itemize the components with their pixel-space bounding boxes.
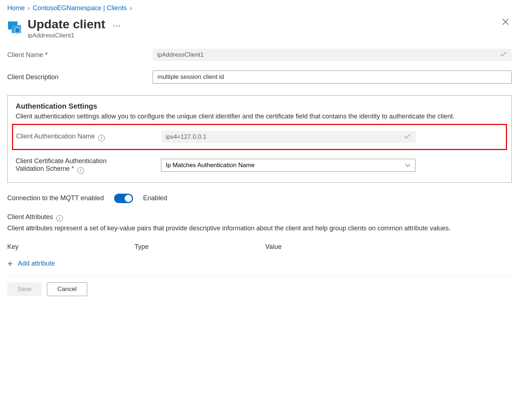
close-icon[interactable] (499, 17, 512, 28)
required-indicator: * (45, 51, 48, 58)
auth-settings-heading: Authentication Settings (16, 102, 503, 110)
client-description-label: Client Description (7, 73, 153, 81)
client-name-field: ipAddressClient1 (153, 49, 512, 61)
more-actions-button[interactable]: ⋯ (113, 21, 121, 30)
info-icon[interactable]: i (77, 167, 84, 174)
client-description-input[interactable] (153, 70, 512, 84)
client-name-label: Client Name (7, 51, 43, 58)
svg-rect-3 (16, 28, 19, 32)
required-indicator: * (72, 165, 74, 172)
attribute-table-header: Key Type Value (7, 243, 512, 251)
breadcrumb-home[interactable]: Home (7, 4, 25, 12)
client-name-row: Client Name * ipAddressClient1 (7, 49, 512, 61)
validation-scheme-row: Client Certificate Authentication Valida… (16, 157, 503, 174)
validation-scheme-label-1: Client Certificate Authentication (16, 157, 161, 165)
auth-settings-description: Client authentication settings allow you… (16, 113, 503, 120)
page-subtitle: ipAddressClient1 (28, 32, 121, 39)
auth-name-label: Client Authentication Name (16, 133, 95, 140)
save-button: Save (7, 282, 42, 296)
validation-scheme-label-2: Validation Scheme (16, 165, 70, 172)
cancel-button[interactable]: Cancel (47, 282, 87, 296)
mqtt-toggle-row: Connection to the MQTT enabled Enabled (7, 194, 512, 203)
mqtt-toggle-status: Enabled (143, 194, 167, 202)
authentication-settings-group: Authentication Settings Client authentic… (7, 95, 512, 183)
mqtt-toggle[interactable] (114, 194, 133, 203)
chevron-right-icon: › (130, 4, 132, 12)
plus-icon: + (7, 259, 13, 268)
col-key: Key (7, 243, 134, 251)
client-resource-icon (7, 19, 23, 35)
info-icon[interactable]: i (98, 135, 105, 141)
info-icon[interactable]: i (56, 215, 63, 222)
col-type: Type (134, 243, 265, 251)
mqtt-toggle-label: Connection to the MQTT enabled (7, 194, 104, 202)
add-attribute-label: Add attribute (18, 260, 55, 267)
chevron-right-icon: › (28, 4, 30, 12)
page-title: Update client (28, 17, 105, 31)
footer-actions: Save Cancel (7, 275, 512, 296)
breadcrumb: Home › ContosoEGNamespace | Clients › (7, 4, 512, 12)
client-attributes-heading: Client Attributes i (7, 213, 512, 222)
add-attribute-button[interactable]: + Add attribute (7, 259, 512, 268)
client-attributes-description: Client attributes represent a set of key… (7, 225, 512, 232)
page-header: Update client ⋯ ipAddressClient1 (7, 17, 512, 39)
highlighted-auth-name-row: Client Authentication Name i ipv4=127.0.… (12, 124, 507, 150)
breadcrumb-namespace[interactable]: ContosoEGNamespace | Clients (33, 4, 127, 12)
client-description-row: Client Description (7, 70, 512, 84)
validation-scheme-select[interactable]: Ip Matches Authentication Name (161, 159, 415, 172)
auth-name-field: ipv4=127.0.0.1 (161, 131, 416, 143)
col-value: Value (265, 243, 512, 251)
